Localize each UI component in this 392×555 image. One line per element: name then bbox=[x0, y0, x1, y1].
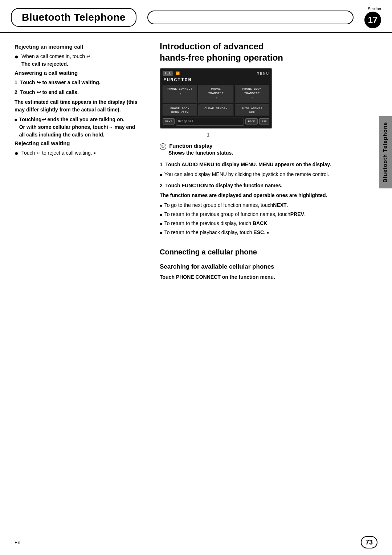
step-1: 1 Touch AUDIO MENU to display MENU. MENU… bbox=[160, 161, 374, 168]
function-display-section: ① Function display Shows the function st… bbox=[160, 143, 374, 156]
square-bullet-icon: ■ bbox=[160, 221, 162, 227]
menu-label-number: 1 bbox=[207, 132, 272, 138]
square-bullet-icon: ■ bbox=[160, 203, 162, 209]
auto-answer-btn[interactable]: AUTO ANSWEROFF bbox=[235, 105, 269, 116]
menu-nav-row: NEXT Original BACK ESC bbox=[163, 118, 269, 126]
main-content: Rejecting an incoming call ● When a call… bbox=[0, 33, 392, 294]
step-2-bullet-2-text: To return to the previous group of funct… bbox=[164, 211, 306, 218]
menu-top-bar: TEL 📶 MENU bbox=[163, 71, 269, 76]
square-end-icon: ■ bbox=[94, 151, 95, 155]
step-num: 1 bbox=[15, 79, 17, 85]
menu-display-image: TEL 📶 MENU FUNCTION PHONE CONNECT→ PHONE… bbox=[160, 68, 272, 138]
function-display-item: ① Function display bbox=[160, 143, 374, 150]
bold-touching: Touching↩ ends the call you are talking … bbox=[19, 117, 135, 138]
arrow-icon: → bbox=[215, 95, 217, 101]
phone-end-icon: ↩ bbox=[86, 54, 90, 59]
step-2: 2 Touch FUNCTION to display the function… bbox=[160, 182, 374, 189]
list-item: ■ Touching↩ ends the call you are talkin… bbox=[15, 116, 142, 139]
menu-icon: 📶 bbox=[176, 72, 180, 76]
intro-title-line2: hands-free phoning operation bbox=[160, 53, 283, 62]
list-item: ● Touch ↩ to reject a call waiting. ■ bbox=[15, 149, 142, 158]
step-1-bullet: ■ You can also display MENU by clicking … bbox=[160, 171, 374, 178]
step-2-bullet-4: ■ To return to the playback display, tou… bbox=[160, 229, 374, 236]
step-text: Touch ↪ to answer a call waiting. bbox=[20, 79, 101, 85]
function-display-label: Function display bbox=[169, 143, 212, 149]
searching-step-1-text: Touch PHONE CONNECT on the function menu… bbox=[160, 274, 275, 280]
bold-esc: ESC bbox=[253, 229, 264, 235]
bold-next: NEXT bbox=[273, 202, 286, 208]
step-2-bullet-3: ■ To return to the previous display, tou… bbox=[160, 220, 374, 227]
bold-prev: PREV bbox=[290, 211, 304, 217]
left-column: Rejecting an incoming call ● When a call… bbox=[0, 33, 152, 294]
square-bullet-icon: ■ bbox=[160, 172, 162, 178]
subsection-title-searching: Searching for available cellular phones bbox=[160, 263, 374, 270]
original-label: Original bbox=[178, 120, 193, 123]
square-bullet-icon: ■ bbox=[160, 230, 162, 236]
bold-back: BACK bbox=[253, 220, 267, 226]
page-header: Bluetooth Telephone Section 17 bbox=[0, 0, 392, 33]
footer-lang: En bbox=[15, 540, 20, 545]
menu-screen: TEL 📶 MENU FUNCTION PHONE CONNECT→ PHONE… bbox=[160, 68, 272, 128]
back-btn[interactable]: BACK bbox=[245, 118, 257, 125]
right-column: Introduction of advanced hands-free phon… bbox=[152, 33, 392, 294]
section-badge: Section 17 bbox=[364, 7, 381, 28]
page-title: Bluetooth Telephone bbox=[11, 8, 136, 27]
step-2-bullet-3-text: To return to the previous display, touch… bbox=[164, 220, 269, 227]
step-num: 2 bbox=[15, 89, 17, 95]
paragraph-calltime: The estimated call time appears in the d… bbox=[15, 98, 142, 114]
subsection-title-rejecting-waiting: Rejecting call waiting bbox=[15, 140, 142, 146]
section-title-intro: Introduction of advanced hands-free phon… bbox=[160, 41, 374, 63]
next-btn[interactable]: NEXT bbox=[163, 118, 175, 125]
bullet-icon: ● bbox=[15, 52, 19, 62]
phone-book-memo-btn[interactable]: PHONE BOOKMEMO VIEW bbox=[163, 105, 197, 116]
section-rejecting-incoming: Rejecting an incoming call ● When a call… bbox=[15, 44, 142, 68]
square-bullet-icon: ■ bbox=[15, 117, 17, 123]
arrow-icon: → bbox=[250, 95, 253, 101]
step-2-bullet-1-text: To go to the next group of function name… bbox=[164, 201, 288, 209]
step-1-text: 1 Touch AUDIO MENU to display MENU. MENU… bbox=[160, 162, 331, 167]
bullet-icon: ● bbox=[15, 148, 19, 158]
esc-btn[interactable]: ESC bbox=[259, 118, 269, 125]
arrow-icon: → bbox=[179, 91, 181, 97]
menu-row-2: PHONE BOOKMEMO VIEW CLEAR MEMORY AUTO AN… bbox=[163, 105, 269, 116]
list-item: 2 Touch ↩ to end all calls. bbox=[15, 89, 142, 96]
section-title-connecting: Connecting a cellular phone bbox=[160, 247, 374, 257]
phone-transfer-btn[interactable]: PHONETRANSFER→ bbox=[199, 85, 233, 103]
step-2-bullet-4-text: To return to the playback display, touch… bbox=[164, 229, 269, 236]
bullet-text-main: When a call comes in, touch bbox=[21, 53, 86, 59]
square-end-icon: ■ bbox=[267, 230, 269, 234]
clear-memory-btn[interactable]: CLEAR MEMORY bbox=[199, 105, 233, 116]
step-2-text: 2 Touch FUNCTION to display the function… bbox=[160, 183, 282, 188]
list-item: 1 Touch ↪ to answer a call waiting. bbox=[15, 79, 142, 86]
menu-heading: MENU bbox=[257, 72, 269, 76]
tel-label: TEL bbox=[163, 71, 173, 76]
function-heading: FUNCTION bbox=[163, 77, 269, 83]
step-1-bullet-text: You can also display MENU by clicking th… bbox=[164, 171, 329, 178]
bullet-content: Touch ↩ to reject a call waiting. ■ bbox=[21, 149, 95, 157]
list-item: ● When a call comes in, touch ↩.The call… bbox=[15, 53, 142, 68]
header-divider bbox=[147, 11, 354, 24]
phone-connect-btn[interactable]: PHONE CONNECT→ bbox=[163, 85, 197, 103]
phone-book-transfer-btn[interactable]: PHONE BOOKTRANSFER→ bbox=[235, 85, 269, 103]
side-tab-label: Bluetooth Telephone bbox=[382, 122, 388, 183]
circle-number: ① bbox=[160, 143, 166, 150]
square-bullet-icon: ■ bbox=[160, 212, 162, 218]
step-2-bullet-1: ■ To go to the next group of function na… bbox=[160, 201, 374, 209]
section-rejecting-waiting: Rejecting call waiting ● Touch ↩ to reje… bbox=[15, 140, 142, 158]
step-text: Touch ↩ to end all calls. bbox=[20, 89, 79, 95]
section-number: 17 bbox=[364, 12, 381, 28]
square-bullet-text: Touching↩ ends the call you are talking … bbox=[19, 116, 142, 139]
side-tab: Bluetooth Telephone bbox=[379, 116, 392, 188]
bold-rejection: The call is rejected. bbox=[21, 61, 68, 67]
section-answering-waiting: Answering a call waiting 1 Touch ↪ to an… bbox=[15, 70, 142, 139]
menu-row-1: PHONE CONNECT→ PHONETRANSFER→ PHONE BOOK… bbox=[163, 85, 269, 103]
function-display-sublabel: Shows the function status. bbox=[160, 150, 374, 156]
step-2-result: The function names are displayed and ope… bbox=[160, 192, 374, 199]
subsection-title-answering: Answering a call waiting bbox=[15, 70, 142, 76]
bold-para: The estimated call time appears in the d… bbox=[15, 99, 137, 113]
section-label: Section bbox=[368, 7, 381, 11]
page-footer: En 73 bbox=[0, 536, 392, 548]
subsection-title-rejecting: Rejecting an incoming call bbox=[15, 44, 142, 50]
searching-step-1: Touch PHONE CONNECT on the function menu… bbox=[160, 273, 374, 281]
step-2-bullet-2: ■ To return to the previous group of fun… bbox=[160, 211, 374, 218]
